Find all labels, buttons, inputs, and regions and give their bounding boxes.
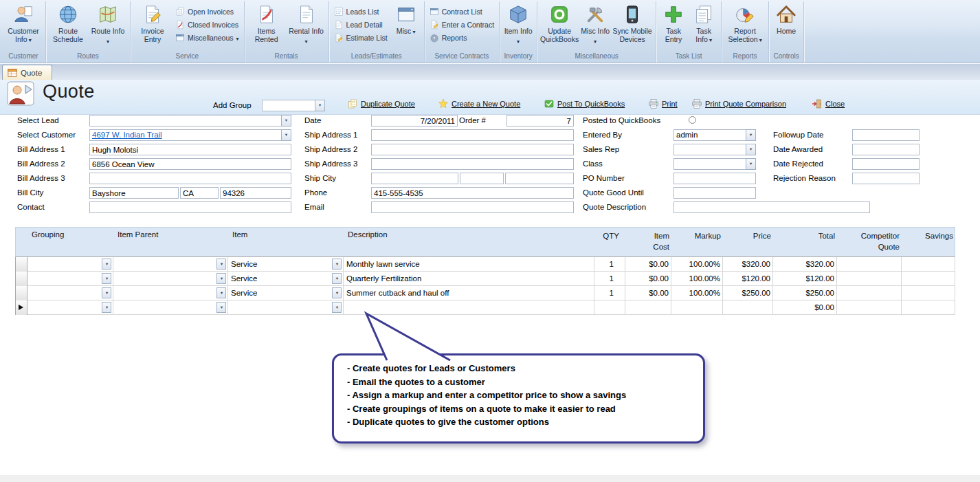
column-header-description[interactable]: Description [344, 228, 595, 256]
dropdown-button[interactable] [746, 144, 756, 155]
savings-cell[interactable] [902, 300, 955, 315]
item-combo[interactable]: Service [228, 257, 344, 272]
bill-state-input[interactable] [180, 187, 219, 199]
competitor-quote-cell[interactable] [837, 272, 902, 286]
dropdown-button[interactable] [332, 287, 342, 298]
order-number-input[interactable] [506, 115, 574, 127]
competitor-quote-cell[interactable] [837, 300, 902, 315]
item-cost-cell[interactable] [625, 300, 671, 315]
email-input[interactable] [371, 201, 574, 213]
column-header-item[interactable]: Item [229, 228, 344, 256]
markup-cell[interactable]: 100.00% [671, 272, 723, 286]
rejection-reason-input[interactable] [852, 173, 920, 184]
date-awarded-input[interactable] [852, 144, 920, 155]
column-header-competitor-quote[interactable]: Competitor Quote [838, 228, 902, 256]
dropdown-button[interactable] [102, 259, 111, 270]
task-entry-button[interactable]: Task Entry [658, 2, 689, 44]
price-cell[interactable]: $250.00 [723, 286, 773, 300]
total-cell[interactable]: $250.00 [773, 286, 837, 300]
sync-mobile-devices-button[interactable]: Sync Mobile Devices [611, 2, 654, 44]
phone-input[interactable] [371, 187, 574, 199]
ship-address1-input[interactable] [371, 129, 574, 141]
po-number-input[interactable] [673, 173, 756, 184]
dropdown-button[interactable] [216, 302, 226, 313]
create-new-quote-button[interactable]: Create a New Quote [438, 98, 520, 109]
item-combo[interactable]: Service [228, 272, 344, 286]
post-to-quickbooks-button[interactable]: Post To QuickBooks [544, 98, 625, 109]
rental-info-button[interactable]: Rental Info [287, 2, 326, 47]
add-group-combo[interactable] [262, 100, 325, 111]
record-selector[interactable] [15, 272, 27, 286]
dropdown-button[interactable] [216, 287, 226, 298]
items-rented-button[interactable]: Items Rented [247, 2, 287, 44]
closed-invoices-button[interactable]: Closed Invoices [172, 18, 242, 31]
misc-button[interactable]: Misc [390, 2, 422, 37]
total-cell[interactable]: $120.00 [773, 272, 837, 286]
dropdown-button[interactable] [315, 100, 325, 111]
report-selection-button[interactable]: Report Selection [724, 2, 766, 45]
estimate-list-button[interactable]: Estimate List [331, 31, 390, 44]
savings-cell[interactable] [902, 257, 955, 272]
close-button[interactable]: Close [812, 98, 845, 109]
bill-address1-input[interactable] [89, 144, 291, 155]
price-cell[interactable] [723, 300, 773, 315]
competitor-quote-cell[interactable] [837, 286, 902, 300]
select-customer-combo[interactable]: 4697 W. Indian Trail [89, 129, 291, 141]
tab-quote[interactable]: Quote [2, 65, 52, 80]
savings-cell[interactable] [902, 286, 955, 300]
class-combo[interactable] [673, 158, 756, 170]
record-selector-current[interactable] [15, 300, 27, 315]
item-cost-cell[interactable]: $0.00 [625, 272, 671, 286]
contract-list-button[interactable]: Contract List [427, 5, 497, 18]
dropdown-button[interactable] [746, 158, 756, 170]
sales-rep-combo[interactable] [673, 144, 756, 155]
qty-cell[interactable]: 1 [594, 257, 625, 272]
dropdown-button[interactable] [332, 273, 342, 284]
grouping-combo[interactable] [27, 272, 113, 286]
column-header-total[interactable]: Total [774, 228, 838, 256]
column-header-qty[interactable]: QTY [595, 228, 626, 256]
description-cell[interactable]: Summer cutback and haul off [344, 286, 594, 300]
qty-cell[interactable] [594, 300, 625, 315]
dropdown-button[interactable] [102, 302, 111, 313]
description-cell[interactable]: Monthly lawn service [344, 257, 594, 272]
savings-cell[interactable] [902, 272, 955, 286]
duplicate-quote-button[interactable]: Duplicate Quote [347, 98, 415, 109]
dropdown-button[interactable] [216, 273, 226, 284]
dropdown-button[interactable] [102, 287, 111, 298]
invoice-entry-button[interactable]: Invoice Entry [133, 2, 172, 44]
column-header-markup[interactable]: Markup [672, 228, 724, 256]
price-cell[interactable]: $320.00 [723, 257, 773, 272]
dropdown-button[interactable] [281, 115, 291, 127]
markup-cell[interactable]: 100.00% [671, 286, 723, 300]
update-quickbooks-button[interactable]: Update QuickBooks [539, 2, 579, 44]
item-parent-combo[interactable] [113, 286, 228, 300]
total-cell[interactable]: $320.00 [773, 257, 837, 272]
dropdown-button[interactable] [216, 259, 226, 270]
item-parent-combo[interactable] [113, 300, 228, 315]
markup-cell[interactable]: 100.00% [671, 257, 723, 272]
bill-address3-input[interactable] [89, 173, 291, 184]
date-input[interactable] [371, 115, 458, 127]
grouping-combo[interactable] [27, 300, 113, 315]
route-schedule-button[interactable]: Route Schedule [48, 2, 88, 44]
print-quote-comparison-button[interactable]: Print Quote Comparison [691, 98, 786, 109]
quote-description-input[interactable] [673, 201, 870, 213]
column-header-grouping[interactable]: Grouping [28, 228, 114, 256]
dropdown-button[interactable] [746, 129, 756, 141]
grouping-combo[interactable] [27, 286, 113, 300]
ship-city-input[interactable] [371, 173, 458, 184]
item-cost-cell[interactable]: $0.00 [625, 257, 671, 272]
date-rejected-input[interactable] [852, 158, 920, 170]
markup-cell[interactable] [671, 300, 723, 315]
open-invoices-button[interactable]: Open Invoices [172, 5, 242, 18]
ship-state-input[interactable] [460, 173, 504, 184]
route-info-button[interactable]: Route Info [88, 2, 128, 47]
select-customer-link[interactable]: 4697 W. Indian Trail [92, 131, 162, 139]
reports-button[interactable]: Reports [427, 31, 497, 44]
task-info-button[interactable]: Task Info [689, 2, 719, 45]
ship-address2-input[interactable] [371, 144, 574, 155]
customer-info-button[interactable]: Customer Info [3, 2, 43, 45]
item-parent-combo[interactable] [113, 257, 228, 272]
column-header-item-cost[interactable]: Item Cost [626, 228, 672, 256]
